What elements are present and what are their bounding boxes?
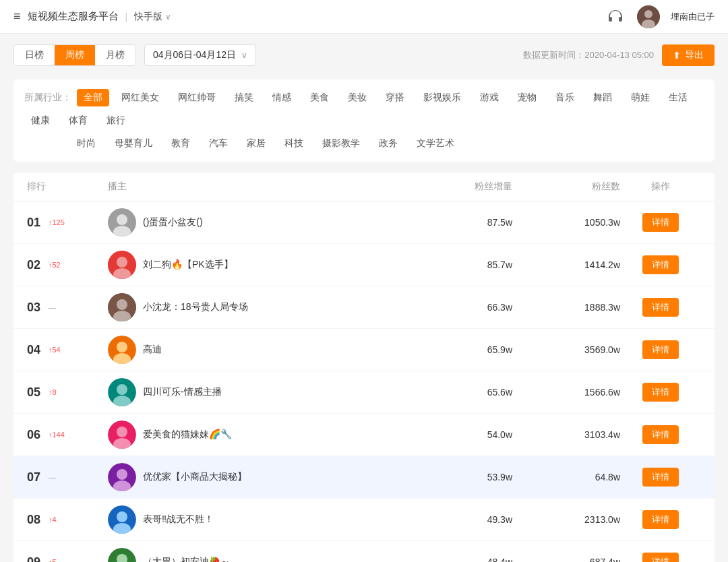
col-fans-total: 粉丝数: [512, 181, 620, 193]
header-right: 埋南由已子: [605, 5, 715, 28]
industry-row-2: 时尚 母婴育儿 教育 汽车 家居 科技 摄影教学 政务 文学艺术: [24, 135, 704, 152]
fans-total: 3569.0w: [512, 344, 620, 355]
export-button[interactable]: ⬆ 导出: [662, 44, 715, 66]
industry-tag-literature[interactable]: 文学艺术: [410, 135, 461, 152]
industry-tag-dance[interactable]: 舞蹈: [586, 89, 619, 106]
broadcaster-cell: 爱美食的猫妹妹🌈🔧: [108, 420, 404, 449]
industry-tag-baby[interactable]: 萌娃: [624, 89, 657, 106]
detail-button[interactable]: 详情: [642, 425, 679, 444]
header-username[interactable]: 埋南由已子: [671, 11, 715, 23]
avatar: [108, 208, 136, 237]
industry-tag-home[interactable]: 家居: [240, 135, 272, 152]
rank-number: 01: [27, 216, 46, 230]
tab-daily[interactable]: 日榜: [14, 45, 55, 65]
broadcaster-cell: 高迪: [108, 336, 404, 364]
industry-tag-life[interactable]: 生活: [662, 89, 694, 106]
rank-cell: 08 ↑4: [27, 513, 108, 527]
industry-tag-gov[interactable]: 政务: [372, 135, 404, 152]
broadcaster-name: 爱美食的猫妹妹🌈🔧: [143, 429, 232, 441]
table-row: 08 ↑4 表哥‼战无不胜！ 49.3w 2313.0w 详情: [13, 499, 715, 541]
detail-button[interactable]: 详情: [642, 298, 679, 317]
industry-tag-pet[interactable]: 宠物: [511, 89, 543, 106]
fans-total: 1050.3w: [512, 217, 620, 228]
tab-weekly[interactable]: 周榜: [55, 45, 95, 65]
detail-button[interactable]: 详情: [642, 213, 679, 232]
industry-tag-photo[interactable]: 摄影教学: [315, 135, 367, 152]
col-rank: 排行: [27, 181, 108, 193]
table-container: 排行 播主 粉丝增量 粉丝数 操作 01 ↑125 ()蛋蛋小盆友() 87.5…: [13, 173, 715, 562]
rank-number: 07: [27, 470, 46, 485]
fans-gain: 49.3w: [404, 514, 512, 525]
detail-button[interactable]: 详情: [642, 383, 679, 402]
action-cell: 详情: [620, 213, 701, 232]
rank-number: 02: [27, 258, 46, 272]
industry-tag-handsome[interactable]: 网红帅哥: [171, 89, 222, 106]
table-row: 01 ↑125 ()蛋蛋小盆友() 87.5w 1050.3w 详情: [13, 201, 715, 244]
rank-number: 09: [27, 555, 46, 563]
detail-button[interactable]: 详情: [642, 553, 679, 562]
broadcaster-name: （大胃）初安迪🍓～: [143, 556, 230, 562]
industry-tag-car[interactable]: 汽车: [202, 135, 235, 152]
tab-group: 日榜 周榜 月榜: [13, 44, 136, 66]
update-time: 数据更新时间：2020-04-13 05:00: [523, 49, 654, 61]
subtitle-arrow: ∨: [165, 12, 171, 22]
rank-cell: 09 ↑5: [27, 555, 108, 563]
rank-number: 05: [27, 385, 46, 400]
action-cell: 详情: [620, 383, 701, 402]
industry-tag-all[interactable]: 全部: [77, 89, 109, 106]
broadcaster-name: 优优家【小商品大揭秘】: [143, 471, 247, 483]
detail-button[interactable]: 详情: [642, 340, 679, 359]
detail-button[interactable]: 详情: [642, 510, 679, 529]
tab-monthly[interactable]: 月榜: [95, 45, 135, 65]
action-cell: 详情: [620, 298, 701, 317]
industry-tag-beauty[interactable]: 网红美女: [115, 89, 166, 106]
rank-change: —: [49, 303, 56, 311]
industry-tag-sports[interactable]: 体育: [62, 112, 94, 129]
action-cell: 详情: [620, 468, 701, 487]
svg-point-22: [117, 469, 127, 480]
industry-tag-makeup[interactable]: 美妆: [341, 89, 373, 106]
industry-tag-funny[interactable]: 搞笑: [228, 89, 260, 106]
industry-tag-parenting[interactable]: 母婴育儿: [108, 135, 159, 152]
broadcaster-cell: 优优家【小商品大揭秘】: [108, 463, 404, 491]
action-cell: 详情: [620, 510, 701, 529]
avatar[interactable]: [637, 5, 660, 28]
industry-tag-travel[interactable]: 旅行: [100, 112, 132, 129]
header: ≡ 短视频生态服务平台 | 快手版 ∨ 埋南由已子: [0, 0, 728, 34]
industry-tag-entertainment[interactable]: 影视娱乐: [417, 89, 468, 106]
broadcaster-cell: 小沈龙：18号贵人局专场: [108, 293, 404, 321]
col-action: 操作: [620, 181, 701, 193]
rank-change: ↑125: [49, 218, 65, 226]
header-title: 短视频生态服务平台: [28, 10, 119, 23]
industry-tag-food[interactable]: 美食: [303, 89, 336, 106]
industry-tag-fashion[interactable]: 穿搭: [379, 89, 411, 106]
action-cell: 详情: [620, 255, 701, 274]
rank-change: ↑144: [49, 431, 65, 439]
industry-tag-emotion[interactable]: 情感: [266, 89, 298, 106]
svg-point-16: [117, 384, 127, 395]
headset-icon[interactable]: [605, 6, 626, 28]
industry-tag-education[interactable]: 教育: [164, 135, 197, 152]
fans-gain: 53.9w: [404, 472, 512, 482]
industry-tag-health[interactable]: 健康: [24, 112, 57, 129]
industry-tag-music[interactable]: 音乐: [549, 89, 581, 106]
menu-icon[interactable]: ≡: [13, 9, 21, 24]
avatar: [108, 548, 136, 562]
header-subtitle[interactable]: 快手版 ∨: [134, 11, 171, 23]
col-broadcaster: 播主: [108, 181, 404, 193]
date-picker[interactable]: 04月06日-04月12日 ∨: [144, 44, 256, 66]
industry-tag-tech[interactable]: 科技: [278, 135, 310, 152]
broadcaster-cell: 刘二狗🔥【PK选手】: [108, 251, 404, 279]
industry-tag-game[interactable]: 游戏: [473, 89, 506, 106]
rank-number: 06: [27, 428, 46, 442]
rank-change: ↑52: [49, 261, 61, 269]
svg-point-13: [117, 342, 127, 352]
avatar: [108, 293, 136, 321]
detail-button[interactable]: 详情: [642, 468, 679, 487]
fans-gain: 87.5w: [404, 217, 512, 228]
rank-change: ↑5: [49, 558, 57, 562]
rank-number: 04: [27, 343, 46, 357]
detail-button[interactable]: 详情: [642, 255, 679, 274]
industry-tag-trendy[interactable]: 时尚: [70, 135, 102, 152]
svg-point-19: [117, 427, 127, 437]
